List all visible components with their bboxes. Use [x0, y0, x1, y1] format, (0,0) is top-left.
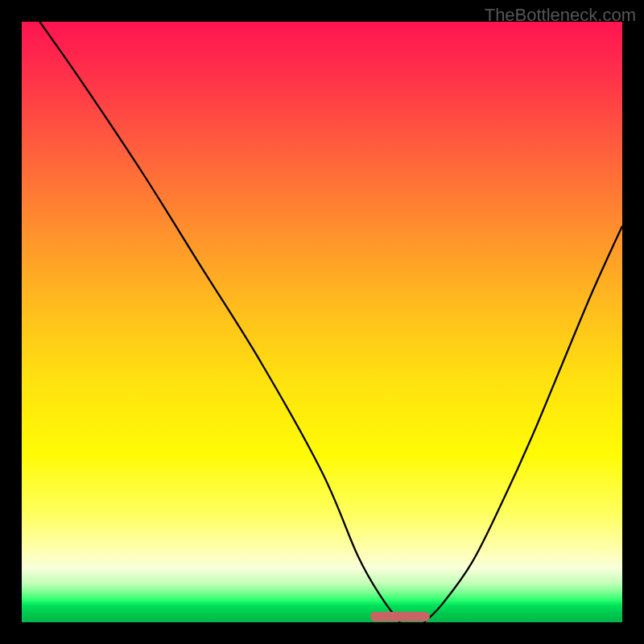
plot-area: [22, 22, 622, 622]
watermark-text: TheBottleneck.com: [485, 5, 636, 26]
curve-svg: [22, 22, 622, 622]
curve-right-branch: [424, 226, 622, 622]
optimum-marker: [370, 612, 431, 621]
curve-left-branch: [39, 22, 400, 622]
